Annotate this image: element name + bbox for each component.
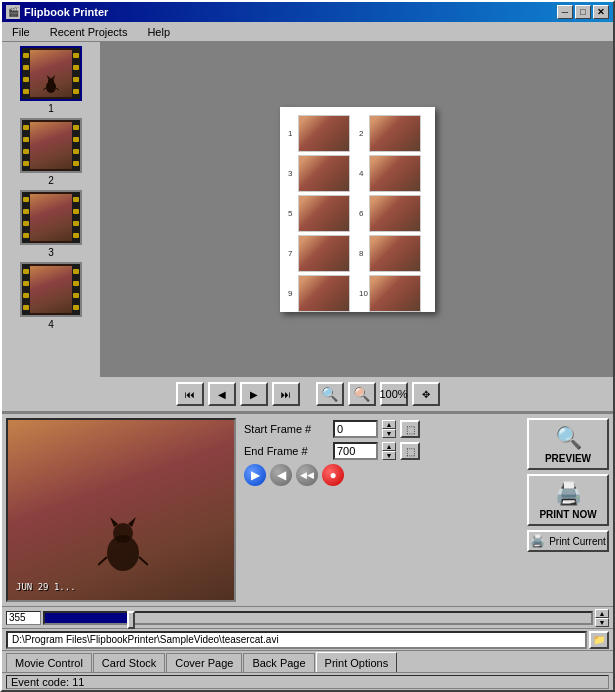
main-area: 1 — [2, 42, 613, 377]
rewind-button[interactable]: ◀ — [270, 464, 292, 486]
film-hole — [73, 233, 79, 238]
filepath-input[interactable] — [6, 631, 587, 649]
maximize-button[interactable]: □ — [575, 5, 591, 19]
end-frame-up[interactable]: ▲ — [382, 442, 396, 451]
tab-bar: Movie Control Card Stock Cover Page Back… — [2, 650, 613, 672]
zoom-fit-button[interactable]: 100% — [380, 382, 408, 406]
film-hole — [23, 65, 29, 70]
start-frame-up[interactable]: ▲ — [382, 420, 396, 429]
film-image-content — [30, 50, 72, 97]
menu-help[interactable]: Help — [141, 25, 176, 39]
film-hole — [73, 197, 79, 202]
pan-button[interactable]: ✥ — [412, 382, 440, 406]
end-frame-row: End Frame # ▲ ▼ ⬚ — [244, 442, 519, 460]
tab-card-stock[interactable]: Card Stock — [93, 653, 165, 672]
playback-controls: ▶ ◀ ◀◀ ● — [244, 464, 519, 486]
last-frame-button[interactable]: ⏭ — [272, 382, 300, 406]
menu-recent-projects[interactable]: Recent Projects — [44, 25, 134, 39]
film-hole — [73, 293, 79, 298]
film-thumbnail[interactable] — [20, 118, 82, 173]
film-hole — [73, 89, 79, 94]
film-hole — [73, 305, 79, 310]
slider-thumb[interactable] — [127, 611, 135, 629]
film-thumbnail[interactable] — [20, 262, 82, 317]
list-item[interactable]: 3 — [20, 190, 82, 258]
start-frame-icon[interactable]: ⬚ — [400, 420, 420, 438]
first-frame-button[interactable]: ⏮ — [176, 382, 204, 406]
film-thumbnail[interactable] — [20, 46, 82, 101]
status-text: Event code: 11 — [11, 676, 84, 688]
print-cell: 9 — [288, 275, 356, 312]
film-thumbnail[interactable] — [20, 190, 82, 245]
menu-file[interactable]: File — [6, 25, 36, 39]
print-cell: 4 — [359, 155, 427, 192]
film-hole — [23, 281, 29, 286]
tab-print-options[interactable]: Print Options — [316, 652, 398, 672]
film-image-content — [30, 266, 72, 313]
print-current-button[interactable]: 🖨️ Print Current — [527, 530, 609, 552]
film-hole — [23, 125, 29, 130]
end-frame-input[interactable] — [333, 442, 378, 460]
print-image — [298, 155, 350, 192]
window-title: Flipbook Printer — [24, 6, 108, 18]
print-image — [369, 235, 421, 272]
list-item[interactable]: 4 — [20, 262, 82, 330]
slider-down[interactable]: ▼ — [595, 618, 609, 627]
play-video-button[interactable]: ▶ — [244, 464, 266, 486]
start-frame-label: Start Frame # — [244, 423, 329, 435]
end-frame-down[interactable]: ▼ — [382, 451, 396, 460]
print-cell: 7 — [288, 235, 356, 272]
slider-spinner: ▲ ▼ — [595, 609, 609, 627]
bottom-section: JUN 29 1... Start Frame # ▲ ▼ ⬚ — [2, 412, 613, 672]
film-hole — [73, 149, 79, 154]
start-frame-down[interactable]: ▼ — [382, 429, 396, 438]
end-frame-icon[interactable]: ⬚ — [400, 442, 420, 460]
record-button[interactable]: ● — [322, 464, 344, 486]
print-image — [298, 235, 350, 272]
tab-movie-control[interactable]: Movie Control — [6, 653, 92, 672]
zoom-out-button[interactable]: 🔍 — [348, 382, 376, 406]
slider-up[interactable]: ▲ — [595, 609, 609, 618]
print-now-button[interactable]: 🖨️ PRINT NOW — [527, 474, 609, 526]
preview-button[interactable]: 🔍 PREVIEW — [527, 418, 609, 470]
start-frame-input[interactable] — [333, 420, 378, 438]
film-hole — [23, 161, 29, 166]
minimize-button[interactable]: ─ — [557, 5, 573, 19]
right-buttons-panel: 🔍 PREVIEW 🖨️ PRINT NOW 🖨️ Print Current — [523, 414, 613, 606]
film-hole — [73, 209, 79, 214]
film-hole — [73, 161, 79, 166]
print-image — [369, 115, 421, 152]
print-now-label: PRINT NOW — [539, 509, 596, 520]
film-hole — [73, 65, 79, 70]
film-hole — [73, 125, 79, 130]
list-item[interactable]: 1 — [20, 46, 82, 114]
film-hole — [73, 269, 79, 274]
print-cell: 6 — [359, 195, 427, 232]
browse-button[interactable]: 📁 — [589, 631, 609, 649]
list-item[interactable]: 2 — [20, 118, 82, 186]
slider-value: 355 — [6, 611, 41, 625]
zoom-in-button[interactable]: 🔍 — [316, 382, 344, 406]
print-image — [369, 195, 421, 232]
close-button[interactable]: ✕ — [593, 5, 609, 19]
prev-frame-button[interactable]: ◀ — [208, 382, 236, 406]
film-hole — [73, 53, 79, 58]
film-hole — [73, 281, 79, 286]
tab-back-page[interactable]: Back Page — [243, 653, 314, 672]
middle-panel: JUN 29 1... Start Frame # ▲ ▼ ⬚ — [2, 414, 613, 606]
main-window: 🎬 Flipbook Printer ─ □ ✕ File Recent Pro… — [0, 0, 615, 692]
play-button[interactable]: ▶ — [240, 382, 268, 406]
film-hole — [23, 221, 29, 226]
filmstrip-scroll[interactable]: 1 — [2, 42, 100, 377]
tab-cover-page[interactable]: Cover Page — [166, 653, 242, 672]
print-image — [369, 155, 421, 192]
film-label: 4 — [48, 319, 54, 330]
film-hole — [23, 305, 29, 310]
print-current-label: Print Current — [549, 536, 606, 547]
print-cell: 3 — [288, 155, 356, 192]
film-hole — [23, 293, 29, 298]
prev-button[interactable]: ◀◀ — [296, 464, 318, 486]
print-grid: 1 2 3 4 — [288, 115, 427, 312]
preview-icon: 🔍 — [555, 425, 582, 451]
video-slider[interactable] — [43, 611, 593, 625]
